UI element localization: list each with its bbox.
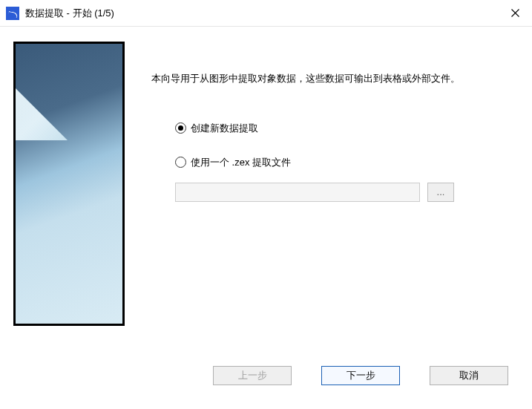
wizard-footer: 上一步 下一步 取消	[0, 353, 532, 398]
browse-button: ...	[427, 183, 454, 202]
radio-use-existing[interactable]	[175, 157, 186, 168]
next-button-label: 下一步	[347, 369, 375, 382]
content-area: 本向导用于从图形中提取对象数据，这些数据可输出到表格或外部文件。 创建新数据提取…	[0, 27, 532, 353]
main-panel: 本向导用于从图形中提取对象数据，这些数据可输出到表格或外部文件。 创建新数据提取…	[125, 42, 519, 353]
browse-button-label: ...	[437, 186, 445, 197]
next-button[interactable]: 下一步	[321, 366, 400, 385]
back-button-label: 上一步	[238, 369, 267, 382]
window-title: 数据提取 - 开始 (1/5)	[25, 7, 114, 20]
title-bar: 数据提取 - 开始 (1/5)	[0, 0, 532, 27]
back-button: 上一步	[213, 366, 292, 385]
close-icon	[511, 9, 519, 17]
radio-use-existing-label[interactable]: 使用一个 .zex 提取文件	[191, 156, 291, 169]
radio-create-new[interactable]	[175, 122, 186, 134]
cancel-button[interactable]: 取消	[430, 366, 508, 385]
cancel-button-label: 取消	[459, 369, 479, 382]
app-icon	[6, 7, 19, 20]
option-create-new[interactable]: 创建新数据提取	[175, 122, 504, 135]
radio-create-new-label[interactable]: 创建新数据提取	[191, 122, 258, 135]
wizard-side-image	[13, 42, 125, 326]
zex-file-path-input	[175, 183, 420, 202]
file-picker-row: ...	[175, 183, 504, 202]
option-use-existing[interactable]: 使用一个 .zex 提取文件	[175, 156, 504, 169]
extract-mode-group: 创建新数据提取 使用一个 .zex 提取文件 ...	[151, 122, 504, 202]
close-button[interactable]	[498, 0, 532, 27]
wizard-description: 本向导用于从图形中提取对象数据，这些数据可输出到表格或外部文件。	[151, 71, 504, 86]
